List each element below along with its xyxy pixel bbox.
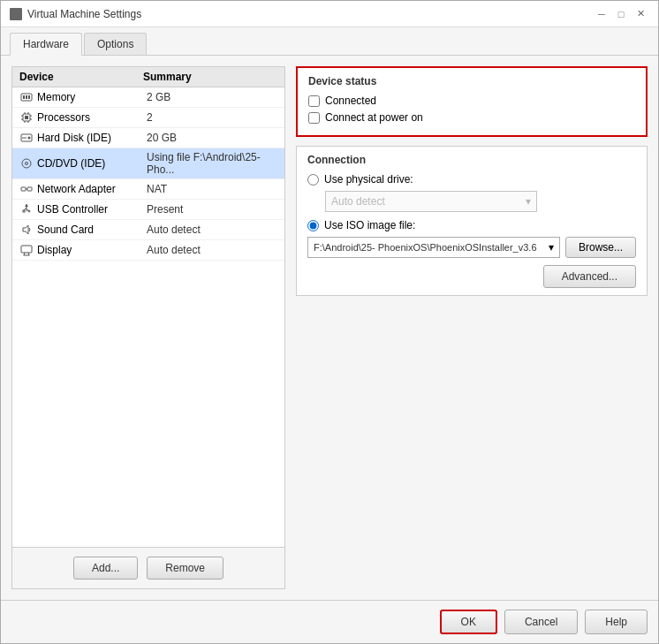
auto-detect-dropdown-row: Auto detect ▾ (325, 191, 636, 212)
connected-checkbox[interactable] (308, 95, 320, 107)
cddvd-icon (19, 156, 34, 170)
browse-button[interactable]: Browse... (565, 237, 636, 258)
cddvd-summary: Using file F:\Android\25- Pho... (147, 151, 277, 176)
add-button[interactable]: Add... (73, 557, 138, 580)
advanced-btn-row: Advanced... (307, 265, 636, 288)
device-row-cddvd[interactable]: CD/DVD (IDE) Using file F:\Android\25- P… (12, 148, 284, 179)
ok-button[interactable]: OK (440, 610, 497, 634)
window-title: Virtual Machine Settings (27, 8, 141, 20)
use-iso-radio[interactable] (307, 220, 319, 231)
usb-controller-summary: Present (147, 203, 277, 216)
right-panel-spacer (296, 305, 648, 589)
display-name: Display (37, 244, 147, 256)
svg-point-18 (26, 163, 28, 165)
remove-button[interactable]: Remove (147, 557, 223, 580)
virtual-machine-settings-window: Virtual Machine Settings ─ □ ✕ Hardware … (0, 0, 659, 644)
device-list-panel: Device Summary Memory 2 GB Processors 2 (11, 66, 285, 589)
memory-summary: 2 GB (147, 91, 277, 103)
device-row-sound-card[interactable]: Sound Card Auto detect (12, 220, 284, 240)
title-bar-left: Virtual Machine Settings (10, 8, 141, 20)
col-device-header: Device (19, 71, 143, 83)
processors-name: Processors (37, 111, 147, 124)
use-iso-row: Use ISO image file: (307, 219, 636, 231)
device-row-usb-controller[interactable]: USB Controller Present (12, 200, 284, 220)
maximize-button[interactable]: □ (612, 5, 630, 23)
display-icon (19, 243, 34, 257)
svg-point-15 (28, 137, 31, 140)
tab-hardware[interactable]: Hardware (10, 33, 82, 56)
device-row-display[interactable]: Display Auto detect (12, 240, 284, 261)
connect-at-power-checkbox[interactable] (308, 112, 320, 124)
sound-card-summary: Auto detect (147, 224, 277, 236)
hard-disk-icon (19, 131, 34, 145)
display-summary: Auto detect (147, 244, 277, 256)
hard-disk-name: Hard Disk (IDE) (37, 132, 147, 144)
connected-label[interactable]: Connected (325, 95, 376, 107)
svg-rect-19 (21, 187, 26, 191)
cddvd-name: CD/DVD (IDE) (37, 157, 147, 170)
svg-rect-5 (25, 116, 28, 119)
svg-marker-23 (25, 204, 28, 207)
connected-row: Connected (308, 95, 635, 107)
connection-section: Connection Use physical drive: Auto dete… (296, 146, 648, 296)
device-list-buttons: Add... Remove (12, 547, 284, 588)
title-bar: Virtual Machine Settings ─ □ ✕ (1, 1, 658, 27)
usb-controller-icon (19, 202, 34, 216)
main-content: Device Summary Memory 2 GB Processors 2 (1, 56, 658, 600)
network-adapter-name: Network Adapter (37, 183, 147, 195)
svg-marker-28 (23, 225, 28, 234)
network-adapter-icon (19, 182, 34, 196)
iso-path-input[interactable]: F:\Android\25- PhoenixOS\PhoenixOSInstal… (307, 237, 560, 258)
auto-detect-text: Auto detect (331, 195, 385, 208)
connect-at-power-row: Connect at power on (308, 111, 635, 124)
svg-point-17 (22, 159, 31, 168)
connection-title: Connection (307, 154, 636, 166)
window-controls: ─ □ ✕ (593, 5, 649, 23)
right-panel: Device status Connected Connect at power… (296, 66, 648, 589)
iso-path-text: F:\Android\25- PhoenixOS\PhoenixOSInstal… (314, 242, 537, 253)
use-iso-label[interactable]: Use ISO image file: (324, 219, 415, 231)
tab-bar: Hardware Options (1, 27, 658, 56)
close-button[interactable]: ✕ (632, 5, 649, 23)
use-physical-radio[interactable] (307, 174, 319, 186)
connect-at-power-label[interactable]: Connect at power on (325, 111, 423, 124)
memory-icon (19, 90, 34, 104)
device-row-processors[interactable]: Processors 2 (12, 108, 284, 128)
col-summary-header: Summary (143, 71, 277, 83)
tab-options[interactable]: Options (84, 33, 147, 55)
sound-card-icon (19, 223, 34, 237)
app-icon (10, 8, 22, 20)
iso-dropdown-chevron-icon: ▾ (549, 241, 554, 254)
svg-rect-3 (28, 95, 30, 99)
bottom-bar: OK Cancel Help (1, 600, 658, 643)
device-row-network-adapter[interactable]: Network Adapter NAT (12, 179, 284, 200)
memory-name: Memory (37, 91, 147, 103)
device-status-title: Device status (308, 75, 635, 87)
svg-rect-1 (23, 95, 25, 99)
use-physical-label[interactable]: Use physical drive: (324, 173, 413, 186)
hard-disk-summary: 20 GB (147, 132, 277, 144)
cancel-button[interactable]: Cancel (504, 610, 578, 634)
processors-summary: 2 (147, 111, 277, 124)
use-physical-row: Use physical drive: (307, 173, 636, 186)
svg-rect-29 (21, 246, 32, 253)
device-table-header: Device Summary (12, 67, 284, 87)
device-row-hard-disk[interactable]: Hard Disk (IDE) 20 GB (12, 128, 284, 148)
svg-rect-20 (27, 187, 32, 191)
device-list: Memory 2 GB Processors 2 Hard Disk (IDE)… (12, 87, 284, 547)
auto-detect-dropdown[interactable]: Auto detect ▾ (325, 191, 537, 212)
dropdown-chevron-icon: ▾ (526, 195, 531, 208)
device-row-memory[interactable]: Memory 2 GB (12, 87, 284, 108)
device-status-section: Device status Connected Connect at power… (296, 66, 648, 137)
advanced-button[interactable]: Advanced... (543, 265, 636, 288)
processors-icon (19, 110, 34, 125)
network-adapter-summary: NAT (147, 183, 277, 195)
help-button[interactable]: Help (585, 610, 648, 634)
svg-rect-26 (23, 210, 25, 212)
minimize-button[interactable]: ─ (593, 5, 610, 23)
sound-card-name: Sound Card (37, 224, 147, 236)
usb-controller-name: USB Controller (37, 203, 147, 216)
svg-rect-2 (26, 95, 27, 99)
iso-path-row: F:\Android\25- PhoenixOS\PhoenixOSInstal… (307, 237, 636, 258)
